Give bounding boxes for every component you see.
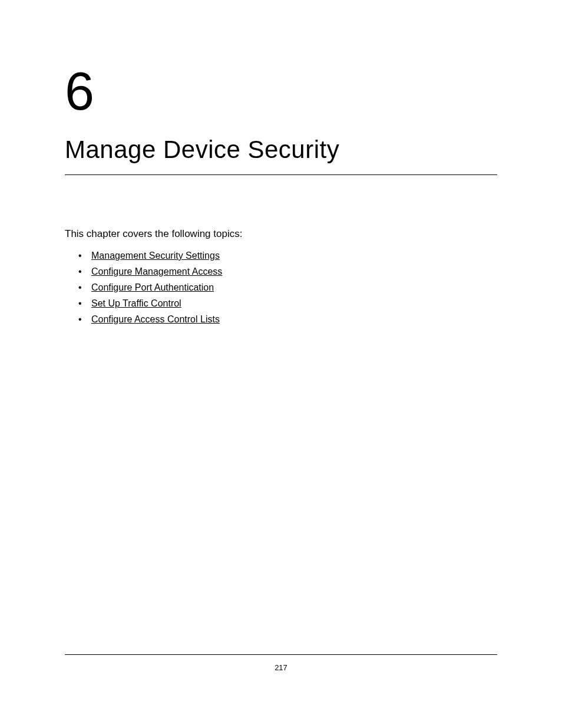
page-number: 217	[65, 663, 497, 672]
topic-link-1[interactable]: Configure Management Access	[91, 266, 222, 276]
topic-item: Configure Access Control Lists	[91, 314, 497, 325]
chapter-number: 6	[65, 65, 497, 118]
topic-link-0[interactable]: Management Security Settings	[91, 251, 220, 261]
topic-item: Configure Port Authentication	[91, 282, 497, 293]
topic-link-3[interactable]: Set Up Traffic Control	[91, 298, 181, 308]
topic-item: Management Security Settings	[91, 251, 497, 261]
topic-item: Configure Management Access	[91, 266, 497, 277]
topic-list: Management Security Settings Configure M…	[65, 251, 497, 325]
topic-link-4[interactable]: Configure Access Control Lists	[91, 314, 220, 324]
page-footer: 217	[65, 654, 497, 672]
intro-text: This chapter covers the following topics…	[65, 228, 497, 240]
chapter-title: Manage Device Security	[65, 136, 497, 175]
footer-divider	[65, 654, 497, 655]
topic-link-2[interactable]: Configure Port Authentication	[91, 282, 214, 292]
topic-item: Set Up Traffic Control	[91, 298, 497, 309]
document-page: 6 Manage Device Security This chapter co…	[0, 0, 562, 728]
